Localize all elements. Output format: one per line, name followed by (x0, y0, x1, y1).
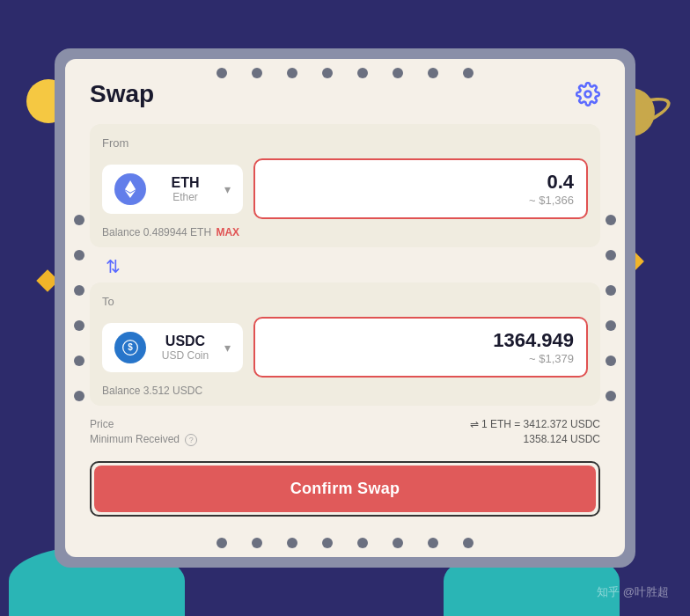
from-chevron-icon: ▾ (224, 182, 231, 196)
from-token-info: ETH Ether (155, 175, 216, 203)
panel-header: Swap (90, 80, 600, 108)
to-chevron-icon: ▾ (224, 341, 231, 355)
minimum-label: Minimum Received ? (90, 433, 197, 446)
eth-token-icon (114, 173, 146, 205)
confirm-button-wrapper: Confirm Swap (90, 461, 600, 517)
to-token-name: USDC (155, 334, 216, 349)
to-token-selector[interactable]: $ USDC USD Coin ▾ (102, 323, 243, 372)
minimum-value: 1358.124 USDC (524, 433, 600, 446)
swap-direction-button[interactable]: ⇅ (106, 258, 121, 275)
dots-bottom (217, 538, 473, 548)
to-balance-text: Balance 3.512 USDC (102, 385, 202, 397)
price-info: Price ⇌ 1 ETH = 3412.372 USDC Minimum Re… (90, 418, 600, 449)
to-section: To $ USDC USD Coin ▾ 13 (90, 282, 600, 406)
from-amount-box[interactable]: 0.4 ~ $1,366 (253, 158, 588, 219)
price-row: Price ⇌ 1 ETH = 3412.372 USDC (90, 418, 600, 430)
to-amount: 1364.949 (268, 329, 574, 352)
panel-content: Swap From ETH (65, 59, 625, 557)
panel-title: Swap (90, 80, 154, 108)
usdc-token-icon: $ (114, 332, 146, 363)
settings-icon[interactable] (576, 82, 600, 106)
dots-left (74, 215, 84, 401)
info-icon[interactable]: ? (185, 434, 197, 446)
to-amount-usd: ~ $1,379 (268, 352, 574, 365)
to-row: $ USDC USD Coin ▾ 1364.949 ~ $1,379 (102, 317, 588, 378)
main-panel: Swap From ETH (55, 48, 635, 568)
from-token-name: ETH (155, 175, 216, 191)
from-token-selector[interactable]: ETH Ether ▾ (102, 165, 243, 214)
from-row: ETH Ether ▾ 0.4 ~ $1,366 (102, 158, 588, 219)
confirm-swap-button[interactable]: Confirm Swap (94, 466, 596, 512)
from-token-sub: Ether (155, 191, 216, 203)
from-balance-text: Balance 0.489944 ETH (102, 226, 211, 238)
from-balance: Balance 0.489944 ETH MAX (102, 226, 588, 238)
to-token-sub: USD Coin (155, 349, 216, 362)
from-amount-usd: ~ $1,366 (268, 194, 574, 207)
dots-right (606, 215, 616, 401)
from-section: From ETH Ether ▾ 0.4 ~ $1,3 (90, 124, 600, 247)
to-amount-box: 1364.949 ~ $1,379 (253, 317, 588, 378)
to-balance: Balance 3.512 USDC (102, 385, 588, 397)
max-button[interactable]: MAX (216, 226, 239, 238)
swap-arrow-container: ⇅ (90, 258, 600, 275)
price-value: ⇌ 1 ETH = 3412.372 USDC (470, 418, 600, 430)
from-label: From (102, 136, 588, 150)
price-label: Price (90, 418, 114, 430)
to-label: To (102, 295, 588, 308)
to-token-info: USDC USD Coin (155, 334, 216, 362)
minimum-row: Minimum Received ? 1358.124 USDC (90, 433, 600, 446)
svg-point-0 (585, 92, 591, 98)
watermark: 知乎 @叶胜超 (597, 584, 669, 600)
dots-top (217, 68, 473, 78)
from-amount: 0.4 (268, 171, 574, 194)
svg-text:$: $ (128, 342, 133, 352)
